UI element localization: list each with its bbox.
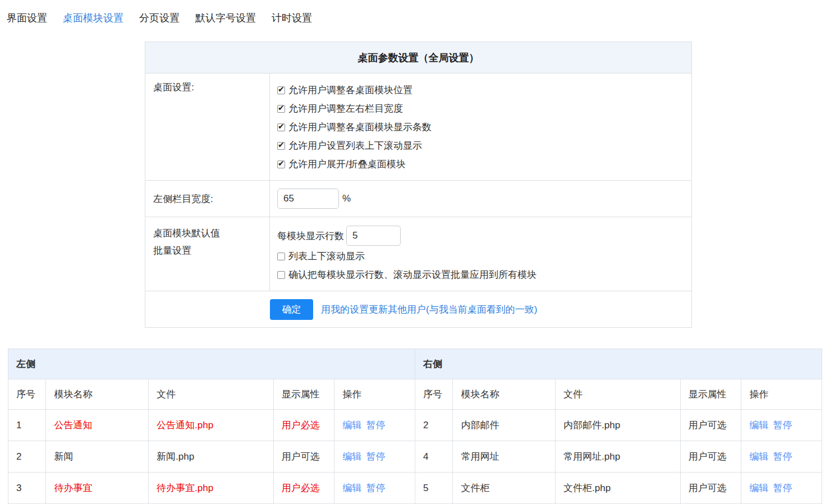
option-adjust-column-width: 允许用户调整左右栏目宽度 (277, 99, 686, 118)
left-width-input[interactable] (277, 189, 339, 209)
cell-display-attr: 用户必选 (273, 410, 334, 441)
cell-file: 常用网址.php (556, 441, 681, 473)
option-list-scroll: 允许用户设置列表上下滚动显示 (277, 136, 686, 155)
edit-link[interactable]: 编辑 (749, 451, 768, 462)
cell-operation: 编辑暂停 (741, 441, 822, 473)
cell-operation: 编辑暂停 (334, 441, 415, 473)
option-adjust-position: 允许用户调整各桌面模块位置 (277, 81, 686, 99)
cell-module-name: 常用网址 (453, 441, 556, 473)
option-label: 允许用户设置列表上下滚动显示 (288, 139, 422, 152)
batch-defaults-row: 桌面模块默认值 批量设置 每模块显示行数 列表上下滚动显示 确认把每模块显示行数… (145, 217, 691, 291)
pause-link[interactable]: 暂停 (773, 451, 792, 462)
cell-file: 新闻.php (149, 441, 274, 473)
desktop-settings-label: 桌面设置: (145, 74, 270, 180)
option-label: 允许用户调整各桌面模块位置 (288, 84, 412, 97)
column-header-row: 序号 模块名称 文件 显示属性 操作 序号 模块名称 文件 显示属性 操作 (8, 379, 822, 410)
cell-file: 公告通知.php (149, 410, 274, 441)
col-operation: 操作 (334, 379, 415, 410)
tab-pagination-settings[interactable]: 分页设置 (139, 11, 180, 27)
rows-per-module-label: 每模块显示行数 (277, 230, 344, 242)
col-no: 序号 (415, 379, 452, 410)
col-module-name: 模块名称 (46, 379, 149, 410)
adjust-column-width-checkbox[interactable] (277, 105, 285, 113)
edit-link[interactable]: 编辑 (749, 420, 768, 430)
cell-file: 待办事宜.php (149, 473, 274, 504)
col-file: 文件 (149, 379, 274, 410)
desktop-params-panel: 桌面参数设置（全局设置） 桌面设置: 允许用户调整各桌面模块位置 允许用户调整左… (145, 42, 692, 328)
pause-link[interactable]: 暂停 (773, 483, 792, 493)
batch-label-line1: 桌面模块默认值 (153, 224, 264, 242)
cell-no: 4 (415, 441, 452, 473)
col-operation: 操作 (741, 379, 822, 410)
tab-desktop-module-settings[interactable]: 桌面模块设置 (63, 11, 123, 27)
option-adjust-row-count: 允许用户调整各桌面模块显示条数 (277, 118, 686, 136)
desktop-settings-options: 允许用户调整各桌面模块位置 允许用户调整左右栏目宽度 允许用户调整各桌面模块显示… (270, 74, 691, 180)
cell-module-name: 待办事宜 (46, 473, 149, 504)
cell-file: 文件柜.php (556, 473, 681, 504)
tab-default-font-settings[interactable]: 默认字号设置 (195, 11, 256, 27)
col-file: 文件 (556, 379, 681, 410)
cell-module-name: 内部邮件 (453, 410, 556, 441)
batch-scroll-checkbox[interactable] (277, 253, 285, 260)
option-batch-scroll: 列表上下滚动显示 (277, 247, 686, 265)
section-header-left: 左侧 (8, 349, 415, 379)
option-batch-confirm: 确认把每模块显示行数、滚动显示设置批量应用到所有模块 (277, 265, 686, 284)
batch-defaults-label: 桌面模块默认值 批量设置 (145, 217, 270, 291)
cell-file: 内部邮件.php (556, 410, 681, 441)
page: { "colors": { "accent_blue": "#2e7fe0", … (0, 0, 830, 504)
option-label: 允许用户调整各桌面模块显示条数 (288, 121, 432, 134)
tab-interface-settings[interactable]: 界面设置 (7, 11, 47, 27)
desktop-settings-row: 桌面设置: 允许用户调整各桌面模块位置 允许用户调整左右栏目宽度 允许用户调整各… (145, 74, 691, 181)
cell-display-attr: 用户可选 (680, 441, 741, 473)
section-header-row: 左侧 右侧 (8, 349, 822, 379)
cell-no: 2 (8, 441, 46, 473)
cell-no: 1 (8, 410, 46, 441)
pause-link[interactable]: 暂停 (366, 451, 385, 462)
section-header-right: 右侧 (415, 349, 822, 379)
left-width-label: 左侧栏目宽度: (145, 181, 270, 217)
option-expand-collapse: 允许用户展开/折叠桌面模块 (277, 155, 686, 173)
cell-no: 3 (8, 473, 46, 504)
panel-title: 桌面参数设置（全局设置） (145, 42, 691, 74)
pause-link[interactable]: 暂停 (366, 420, 385, 430)
confirm-button[interactable]: 确定 (270, 299, 313, 320)
col-module-name: 模块名称 (453, 379, 556, 410)
update-other-users-link[interactable]: 用我的设置更新其他用户(与我当前桌面看到的一致) (321, 303, 537, 316)
edit-link[interactable]: 编辑 (749, 483, 768, 493)
cell-display-attr: 用户可选 (680, 473, 741, 504)
left-width-content: % (270, 181, 691, 217)
col-display-attr: 显示属性 (273, 379, 334, 410)
edit-link[interactable]: 编辑 (342, 420, 361, 430)
percent-unit: % (342, 193, 351, 204)
cell-operation: 编辑暂停 (334, 410, 415, 441)
option-label: 允许用户展开/折叠桌面模块 (288, 158, 406, 171)
pause-link[interactable]: 暂停 (366, 483, 385, 493)
table-row: 3 待办事宜 待办事宜.php 用户必选 编辑暂停 5 文件柜 文件柜.php … (8, 473, 822, 504)
tab-timing-settings[interactable]: 计时设置 (272, 11, 312, 27)
cell-module-name: 文件柜 (453, 473, 556, 504)
edit-link[interactable]: 编辑 (342, 451, 361, 462)
modules-table: 左侧 右侧 序号 模块名称 文件 显示属性 操作 序号 模块名称 文件 显示属性… (8, 349, 822, 504)
cell-operation: 编辑暂停 (741, 473, 822, 504)
adjust-row-count-checkbox[interactable] (277, 123, 285, 131)
cell-no: 2 (415, 410, 452, 441)
cell-display-attr: 用户可选 (680, 410, 741, 441)
pause-link[interactable]: 暂停 (773, 420, 792, 430)
adjust-position-checkbox[interactable] (277, 86, 285, 94)
option-label: 确认把每模块显示行数、滚动显示设置批量应用到所有模块 (288, 268, 536, 281)
batch-defaults-content: 每模块显示行数 列表上下滚动显示 确认把每模块显示行数、滚动显示设置批量应用到所… (270, 217, 691, 291)
list-scroll-checkbox[interactable] (277, 142, 285, 150)
rows-per-module-input[interactable] (346, 226, 401, 246)
col-no: 序号 (8, 379, 46, 410)
batch-confirm-checkbox[interactable] (277, 271, 285, 279)
cell-operation: 编辑暂停 (334, 473, 415, 504)
table-row: 2 新闻 新闻.php 用户可选 编辑暂停 4 常用网址 常用网址.php 用户… (8, 441, 822, 473)
expand-collapse-checkbox[interactable] (277, 161, 285, 168)
cell-display-attr: 用户可选 (273, 441, 334, 473)
cell-display-attr: 用户必选 (273, 473, 334, 504)
option-label: 允许用户调整左右栏目宽度 (288, 102, 403, 115)
rows-per-module-line: 每模块显示行数 (277, 224, 686, 247)
left-width-row: 左侧栏目宽度: % (145, 181, 691, 217)
edit-link[interactable]: 编辑 (342, 483, 361, 493)
cell-operation: 编辑暂停 (741, 410, 822, 441)
